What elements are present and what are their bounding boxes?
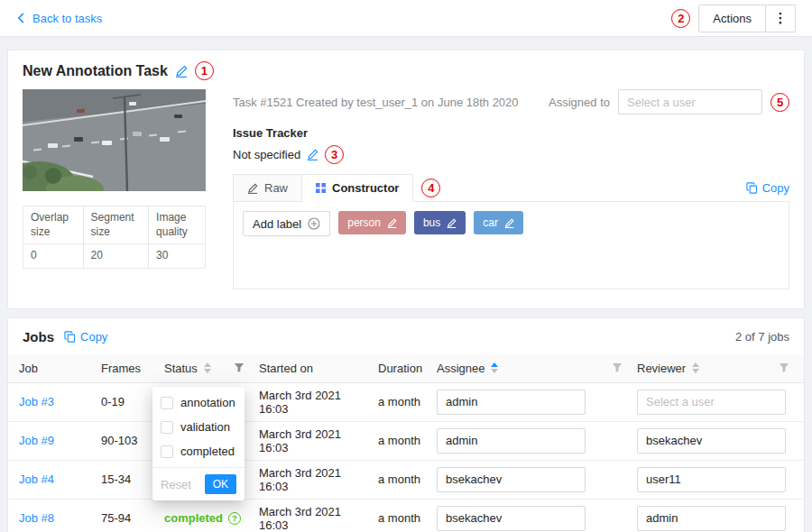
assignee-cell: [429, 421, 630, 460]
edit-label-icon[interactable]: [447, 218, 457, 228]
edit-label-icon[interactable]: [387, 218, 397, 228]
reviewer-filter-icon[interactable]: [779, 362, 789, 373]
edit-task-name-icon[interactable]: [175, 65, 188, 78]
copy-label: Copy: [762, 181, 789, 195]
label-chip-car[interactable]: car: [474, 211, 523, 234]
assignee-input[interactable]: [437, 506, 586, 531]
callout-2: 2: [671, 9, 690, 28]
chevron-left-icon: [16, 13, 26, 23]
labels-copy-button[interactable]: Copy: [746, 181, 789, 195]
label-name: car: [483, 216, 498, 229]
status-cell: completed ?: [157, 499, 252, 532]
tab-constructor[interactable]: Constructor: [302, 174, 413, 202]
copy-label: Copy: [80, 330, 107, 344]
reviewer-input[interactable]: [637, 428, 786, 454]
job-row-8: Job #8 75-94 completed ? March 3rd 2021 …: [8, 499, 804, 532]
status-filter-icon[interactable]: [234, 362, 245, 373]
jobs-table: Job Frames Status Started on Duration: [8, 354, 804, 532]
param-value-segment: 20: [83, 244, 149, 269]
column-header-started: Started on: [252, 354, 371, 382]
status-sort-control[interactable]: [204, 362, 211, 373]
label-name: bus: [423, 216, 440, 229]
reviewer-cell: [630, 382, 804, 421]
question-circle-icon[interactable]: ?: [228, 512, 241, 525]
column-header-status: Status: [157, 354, 252, 382]
checkbox[interactable]: [161, 421, 173, 434]
reviewer-input[interactable]: [637, 467, 786, 492]
status-filter-dropdown: annotation validation completed Reset OK: [152, 387, 245, 500]
assignee-sort-control[interactable]: [491, 362, 498, 373]
job-link[interactable]: Job #9: [19, 434, 54, 447]
job-row-9: Job #9 90-103 March 3rd 2021 16:03 a mon…: [8, 421, 804, 460]
filter-option-completed[interactable]: completed: [152, 439, 245, 463]
jobs-copy-button[interactable]: Copy: [64, 330, 107, 344]
reviewer-sort-control[interactable]: [692, 362, 699, 373]
callout-3: 3: [325, 145, 344, 164]
filter-option-label: annotation: [180, 396, 235, 409]
job-row-3: Job #3 0-19 March 3rd 2021 16:03 a month: [8, 382, 804, 421]
duration-cell: a month: [371, 382, 429, 421]
assignee-filter-icon[interactable]: [612, 362, 623, 373]
param-value-overlap: 0: [23, 244, 84, 269]
checkbox[interactable]: [161, 445, 173, 458]
label-chip-bus[interactable]: bus: [414, 211, 466, 234]
add-label-button[interactable]: Add label: [243, 211, 330, 236]
callout-4: 4: [421, 179, 440, 197]
jobs-title: Jobs: [23, 329, 54, 344]
callout-1: 1: [195, 61, 214, 80]
job-cell: Job #9: [8, 421, 94, 460]
task-preview-image: [23, 89, 206, 191]
frames-cell: 0-19: [94, 382, 157, 421]
filter-option-validation[interactable]: validation: [152, 415, 245, 439]
issue-tracker-label: Issue Tracker: [233, 126, 789, 140]
filter-reset-button[interactable]: Reset: [161, 478, 191, 491]
reviewer-input[interactable]: [637, 390, 786, 415]
job-cell: Job #8: [8, 499, 94, 532]
param-value-quality: 30: [149, 244, 206, 269]
started-cell: March 3rd 2021 16:03: [252, 499, 371, 532]
checkbox[interactable]: [161, 397, 173, 409]
tab-constructor-label: Constructor: [332, 181, 399, 195]
edit-issue-tracker-icon[interactable]: [307, 149, 318, 161]
param-header-segment: Segment size: [83, 206, 149, 244]
back-label: Back to tasks: [32, 12, 102, 25]
actions-button[interactable]: Actions: [698, 5, 766, 32]
job-link[interactable]: Job #4: [19, 472, 54, 486]
filter-ok-button[interactable]: OK: [205, 474, 236, 494]
copy-icon: [64, 331, 76, 343]
add-label-text: Add label: [253, 217, 301, 231]
job-link[interactable]: Job #8: [19, 511, 54, 525]
assignee-cell: [429, 460, 630, 499]
assignee-cell: [429, 499, 630, 532]
label-chip-person[interactable]: person: [338, 211, 406, 234]
tab-raw[interactable]: Raw: [233, 174, 302, 201]
reviewer-cell: [630, 499, 804, 532]
duration-cell: a month: [371, 421, 429, 460]
started-cell: March 3rd 2021 16:03: [252, 460, 371, 499]
edit-label-icon[interactable]: [504, 218, 514, 228]
duration-cell: a month: [371, 499, 429, 532]
assignee-input[interactable]: [437, 467, 586, 492]
assignee-input[interactable]: [437, 428, 586, 454]
label-name: person: [347, 216, 381, 229]
jobs-card: Jobs Copy 2 of 7 jobs Job Frames Status: [7, 317, 805, 532]
labels-tabs-bar: Raw Constructor 4 Copy: [233, 174, 789, 202]
reviewer-input[interactable]: [637, 506, 786, 531]
job-cell: Job #4: [8, 460, 94, 499]
back-to-tasks-link[interactable]: Back to tasks: [16, 12, 102, 25]
more-actions-menu-button[interactable]: ⋮: [766, 5, 796, 32]
status-text: completed: [164, 511, 223, 525]
issue-tracker-value: Not specified: [233, 148, 300, 161]
task-assignee-input[interactable]: [618, 89, 762, 115]
frames-cell: 15-34: [94, 460, 157, 499]
filter-option-annotation[interactable]: annotation: [152, 390, 245, 415]
labels-constructor-panel: Add label person bus: [233, 202, 789, 289]
tab-raw-label: Raw: [264, 181, 288, 195]
duration-cell: a month: [371, 460, 429, 499]
assignee-input[interactable]: [437, 390, 586, 415]
job-cell: Job #3: [8, 382, 94, 421]
task-parameters-table: Overlap size Segment size Image quality …: [23, 206, 206, 269]
task-title: New Annotation Task: [23, 63, 168, 79]
job-link[interactable]: Job #3: [19, 395, 54, 408]
reviewer-cell: [630, 421, 804, 460]
